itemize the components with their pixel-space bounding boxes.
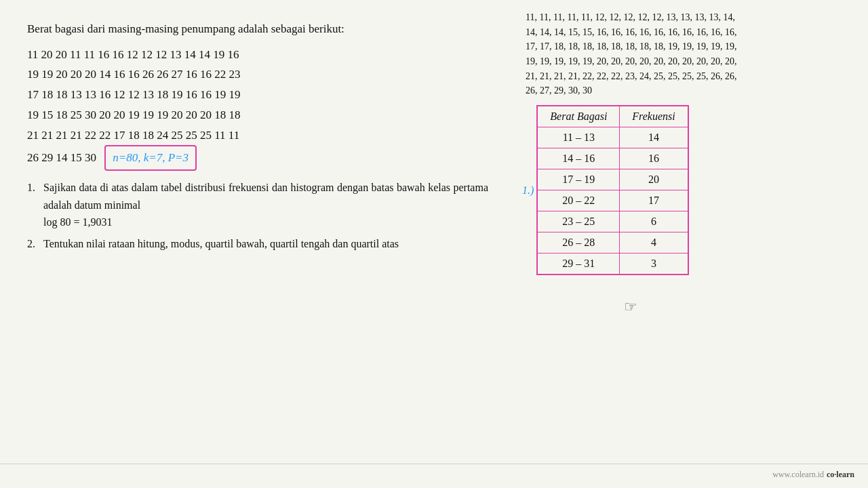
data-row-1: 11 20 20 11 11 16 16 12 12 12 13 14 14 1… — [27, 45, 488, 65]
sorted-line-2: 14, 14, 14, 15, 15, 16, 16, 16, 16, 16, … — [526, 25, 854, 40]
watermark: www.colearn.id co·learn — [772, 470, 854, 480]
formula-box: n=80, k=7, P=3 — [104, 145, 197, 171]
berat-range: 11 – 13 — [537, 127, 620, 148]
left-panel: Berat bagasi dari masing-masing penumpan… — [0, 0, 515, 488]
question-1-content: Sajikan data di atas dalam tabel distrib… — [43, 179, 488, 231]
data-row-5: 21 21 21 21 22 22 17 18 18 24 25 25 25 1… — [27, 125, 488, 146]
frekuensi-value: 4 — [620, 232, 688, 253]
right-panel: 11, 11, 11, 11, 11, 12, 12, 12, 12, 12, … — [515, 0, 868, 488]
table-row: 17 – 1920 — [537, 169, 688, 190]
sorted-data: 11, 11, 11, 11, 11, 12, 12, 12, 12, 12, … — [522, 10, 854, 98]
table-label: 1.) — [522, 184, 536, 197]
questions: 1. Sajikan data di atas dalam tabel dist… — [27, 179, 488, 252]
berat-range: 26 – 28 — [537, 232, 620, 253]
frekuensi-value: 6 — [620, 211, 688, 232]
divider-line — [0, 464, 868, 464]
data-row-2: 19 19 20 20 20 14 16 16 26 26 27 16 16 2… — [27, 64, 488, 85]
col-header-frekuensi: Frekuensi — [620, 106, 688, 127]
berat-range: 20 – 22 — [537, 190, 620, 211]
table-row: 26 – 284 — [537, 232, 688, 253]
watermark-url: www.colearn.id — [772, 470, 824, 480]
sorted-line-4: 19, 19, 19, 19, 19, 20, 20, 20, 20, 20, … — [526, 54, 854, 69]
sorted-line-6: 26, 27, 29, 30, 30 — [526, 83, 854, 98]
question-2-content: Tentukan nilai rataan hitung, modus, qua… — [43, 235, 488, 253]
question-1-num: 1. — [27, 179, 39, 231]
frekuensi-value: 16 — [620, 148, 688, 169]
table-row: 23 – 256 — [537, 211, 688, 232]
data-row-6: 26 29 14 15 30 n=80, k=7, P=3 — [27, 145, 488, 171]
berat-range: 29 – 31 — [537, 253, 620, 275]
sorted-line-3: 17, 17, 18, 18, 18, 18, 18, 18, 18, 18, … — [526, 39, 854, 54]
frekuensi-value: 3 — [620, 253, 688, 275]
frequency-table: Berat Bagasi Frekuensi 11 – 131414 – 161… — [536, 105, 688, 275]
data-row-3: 17 18 18 13 13 16 12 12 13 18 19 16 16 1… — [27, 85, 488, 105]
frekuensi-value: 17 — [620, 190, 688, 211]
question-1: 1. Sajikan data di atas dalam tabel dist… — [27, 179, 488, 231]
frekuensi-value: 20 — [620, 169, 688, 190]
table-row: 29 – 313 — [537, 253, 688, 275]
question-2-num: 2. — [27, 235, 39, 253]
watermark-brand: co·learn — [827, 470, 854, 480]
data-numbers: 11 20 20 11 11 16 16 12 12 12 13 14 14 1… — [27, 45, 488, 171]
data-row-4: 19 15 18 25 30 20 20 19 19 19 20 20 20 1… — [27, 105, 488, 125]
table-section: 1.) Berat Bagasi Frekuensi 11 – 131414 –… — [522, 105, 854, 275]
table-row: 14 – 1616 — [537, 148, 688, 169]
frekuensi-value: 14 — [620, 127, 688, 148]
col-header-berat: Berat Bagasi — [537, 106, 620, 127]
sorted-line-5: 21, 21, 21, 21, 22, 22, 22, 23, 24, 25, … — [526, 69, 854, 84]
berat-range: 14 – 16 — [537, 148, 620, 169]
berat-range: 23 – 25 — [537, 211, 620, 232]
berat-range: 17 – 19 — [537, 169, 620, 190]
table-row: 11 – 1314 — [537, 127, 688, 148]
intro-text: Berat bagasi dari masing-masing penumpan… — [27, 20, 488, 38]
cursor-icon: ☞ — [624, 298, 637, 316]
main-container: Berat bagasi dari masing-masing penumpan… — [0, 0, 868, 488]
question-2: 2. Tentukan nilai rataan hitung, modus, … — [27, 235, 488, 253]
sorted-line-1: 11, 11, 11, 11, 11, 12, 12, 12, 12, 12, … — [526, 10, 854, 25]
table-row: 20 – 2217 — [537, 190, 688, 211]
